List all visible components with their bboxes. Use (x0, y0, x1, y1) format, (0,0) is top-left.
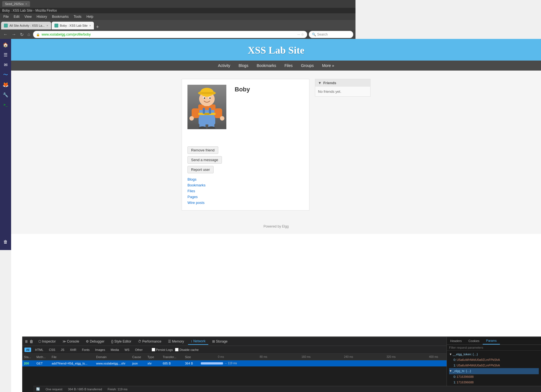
profile-link-pages[interactable]: Pages (187, 195, 304, 199)
sidebar-icon-home[interactable]: 🏠 (1, 40, 10, 49)
browser-tab-2[interactable]: Boby : XSS Lab Site × (52, 22, 94, 29)
sidebar: 🏠 ☰ ✉ 〜 🦊 🔧 >_ 🗑 (0, 39, 11, 250)
menu-edit[interactable]: Edit (11, 14, 22, 19)
remove-friend-button[interactable]: Remove friend (187, 146, 218, 154)
nav-bookmarks[interactable]: Bookmarks (257, 63, 276, 68)
menu-help[interactable]: Help (84, 14, 96, 19)
sidebar-icon-wave[interactable]: 〜 (1, 70, 10, 79)
profile-area: Boby Remove friend Send a message Report… (11, 71, 355, 219)
profile-links: Blogs Bookmarks Files Pages Wire posts (187, 177, 304, 205)
friends-panel: ▼ Friends No friends yet. (315, 79, 355, 97)
nav-more[interactable]: More » (322, 63, 334, 68)
site-footer: Powered by Elgg (11, 219, 355, 234)
friends-expand-icon: ▼ (318, 81, 322, 85)
menu-bookmarks[interactable]: Bookmarks (50, 14, 71, 19)
svg-point-12 (204, 97, 205, 99)
report-user-button[interactable]: Report user (187, 166, 214, 173)
tab1-label: All Site Activity : XSS La... (9, 24, 45, 27)
svg-rect-0 (199, 108, 215, 124)
back-button[interactable]: ← (2, 31, 9, 38)
footer-text: Powered by Elgg (264, 224, 289, 228)
sidebar-icon-firefox[interactable]: 🦊 (1, 80, 10, 89)
friends-title: Friends (323, 81, 336, 85)
menu-bar: File Edit View History Bookmarks Tools H… (0, 13, 355, 20)
profile-card: Boby Remove friend Send a message Report… (182, 79, 309, 211)
os-titlebar: Seed_2925cx × (0, 0, 355, 8)
menu-tools[interactable]: Tools (71, 14, 84, 19)
tab2-close[interactable]: × (89, 24, 91, 27)
os-tab-close[interactable]: × (25, 2, 27, 6)
nav-groups[interactable]: Groups (301, 63, 314, 68)
svg-rect-18 (203, 108, 205, 114)
url-bar: ← → ↻ ⌂ 🔒 www.xsslabelgg.com/profile/bob… (0, 29, 355, 39)
send-message-button[interactable]: Send a message (187, 156, 222, 164)
tab2-label: Boby : XSS Lab Site (60, 24, 88, 27)
sidebar-icon-mail[interactable]: ✉ (1, 60, 10, 69)
profile-name: Boby (235, 86, 250, 93)
search-placeholder: Search (317, 33, 328, 36)
url-input[interactable]: 🔒 www.xsslabelgg.com/profile/boby ··· ☆ (33, 31, 307, 38)
tab1-favicon (4, 24, 8, 28)
friends-header: ▼ Friends (315, 79, 355, 87)
tab2-favicon (54, 24, 58, 28)
svg-rect-20 (204, 113, 209, 115)
sidebar-icon-tools[interactable]: 🔧 (1, 90, 10, 99)
new-tab-button[interactable]: + (94, 24, 101, 29)
svg-point-13 (209, 97, 211, 99)
sidebar-icon-terminal[interactable]: >_ (1, 100, 10, 109)
home-button[interactable]: ⌂ (26, 31, 31, 38)
refresh-button[interactable]: ↻ (19, 31, 25, 38)
forward-button[interactable]: → (11, 31, 17, 38)
nav-activity[interactable]: Activity (218, 63, 230, 68)
url-lock-icon: 🔒 (36, 33, 40, 36)
tabs-bar: All Site Activity : XSS La... × Boby : X… (0, 20, 355, 29)
site-header: XSS Lab Site (11, 39, 355, 61)
profile-link-blogs[interactable]: Blogs (187, 177, 304, 181)
url-extra-icons: ··· ☆ (297, 33, 304, 36)
ff-title-text: Boby : XSS Lab Site - Mozilla Firefox (2, 9, 57, 13)
svg-point-22 (220, 116, 224, 121)
search-box[interactable]: 🔍 Search (309, 31, 353, 38)
menu-file[interactable]: File (1, 14, 11, 19)
no-friends-text: No friends yet. (318, 89, 341, 94)
browser-tab-1[interactable]: All Site Activity : XSS La... × (1, 22, 51, 29)
tab1-close[interactable]: × (46, 24, 48, 27)
profile-link-files[interactable]: Files (187, 189, 304, 193)
menu-history[interactable]: History (34, 14, 49, 19)
friends-body: No friends yet. (315, 87, 355, 96)
site-title: XSS Lab Site (11, 44, 355, 56)
profile-actions: Remove friend Send a message Report user (187, 146, 304, 173)
main-content: XSS Lab Site Activity Blogs Bookmarks Fi… (11, 39, 355, 261)
svg-point-21 (189, 116, 194, 121)
profile-link-bookmarks[interactable]: Bookmarks (187, 183, 304, 187)
profile-link-wire-posts[interactable]: Wire posts (187, 201, 304, 205)
url-text: www.xsslabelgg.com/profile/boby (42, 33, 296, 36)
os-tab[interactable]: Seed_2925cx × (2, 1, 30, 7)
nav-files[interactable]: Files (284, 63, 293, 68)
svg-point-16 (198, 92, 216, 94)
os-tab-label: Seed_2925cx (5, 2, 24, 6)
sidebar-icon-menu[interactable]: ☰ (1, 50, 10, 59)
profile-photo (187, 85, 226, 129)
search-icon: 🔍 (312, 33, 316, 36)
sidebar-icon-trash[interactable]: 🗑 (1, 237, 10, 247)
ff-titlebar: Boby : XSS Lab Site - Mozilla Firefox (0, 8, 355, 13)
svg-rect-19 (209, 108, 211, 114)
nav-blogs[interactable]: Blogs (239, 63, 248, 68)
menu-view[interactable]: View (22, 14, 34, 19)
site-nav: Activity Blogs Bookmarks Files Groups Mo… (11, 61, 355, 71)
